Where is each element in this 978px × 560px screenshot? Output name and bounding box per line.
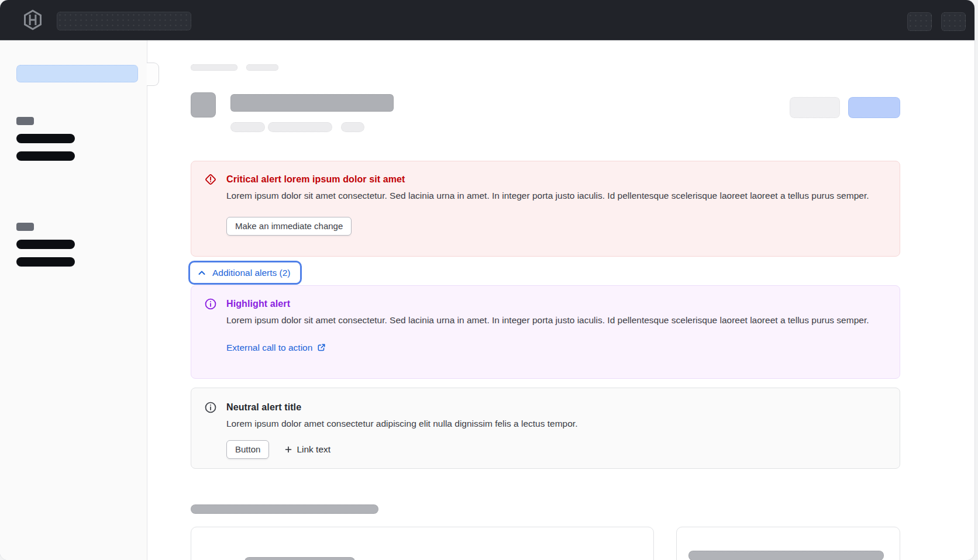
neutral-alert-actions: Button Link text bbox=[226, 440, 886, 459]
external-link-label: External call to action bbox=[226, 343, 312, 353]
add-link[interactable]: Link text bbox=[284, 444, 330, 455]
badge-skeleton bbox=[230, 122, 265, 132]
chevron-up-icon bbox=[197, 268, 206, 278]
sidebar-item-skeleton[interactable] bbox=[16, 134, 75, 143]
critical-alert-title: Critical alert lorem ipsum dolor sit ame… bbox=[226, 173, 886, 186]
sidebar-item-skeleton[interactable] bbox=[16, 257, 75, 267]
add-link-label: Link text bbox=[297, 444, 330, 455]
critical-alert-body: Lorem ipsum dolor sit amet consectetur. … bbox=[226, 189, 884, 203]
additional-alerts-toggle[interactable]: Additional alerts (2) bbox=[188, 261, 302, 285]
breadcrumb-skeleton bbox=[191, 64, 237, 71]
hashicorp-logo-icon bbox=[22, 9, 43, 30]
neutral-alert-button[interactable]: Button bbox=[226, 440, 269, 459]
neutral-alert-body: Lorem ipsum dolor amet consectetur adipi… bbox=[226, 417, 884, 431]
make-immediate-change-button[interactable]: Make an immediate change bbox=[226, 217, 352, 236]
section-heading-skeleton bbox=[191, 504, 378, 514]
sidebar-active-item-skeleton[interactable] bbox=[16, 65, 138, 82]
badge-skeleton bbox=[341, 122, 364, 132]
neutral-alert-title: Neutral alert title bbox=[226, 401, 886, 414]
neutral-alert: Neutral alert title Lorem ipsum dolor am… bbox=[191, 388, 900, 469]
card-content-skeleton bbox=[688, 551, 884, 560]
sidebar-section-label-skeleton bbox=[16, 117, 34, 125]
highlight-alert: Highlight alert Lorem ipsum dolor sit am… bbox=[191, 285, 900, 379]
external-link-icon bbox=[317, 343, 326, 352]
info-circle-icon bbox=[204, 298, 217, 310]
app-window: Critical alert lorem ipsum dolor sit ame… bbox=[0, 0, 974, 560]
sidebar-nav bbox=[0, 40, 147, 560]
primary-action-button-skeleton[interactable] bbox=[848, 97, 900, 118]
nav-action-button-skeleton[interactable] bbox=[907, 12, 932, 31]
sidebar-collapse-handle[interactable] bbox=[147, 63, 159, 86]
highlight-alert-body: Lorem ipsum dolor sit amet consectetur. … bbox=[226, 314, 884, 327]
breadcrumb-skeleton bbox=[246, 64, 278, 71]
info-circle-icon bbox=[204, 401, 217, 414]
sidebar-section-label-skeleton bbox=[16, 223, 34, 231]
page-title-skeleton bbox=[230, 94, 394, 112]
top-navigation-bar bbox=[0, 0, 974, 40]
additional-alerts-label: Additional alerts (2) bbox=[212, 268, 291, 278]
card-content-skeleton bbox=[244, 557, 355, 560]
sidebar-item-skeleton[interactable] bbox=[16, 151, 75, 161]
alert-diamond-icon bbox=[204, 173, 217, 186]
highlight-alert-title: Highlight alert bbox=[226, 298, 886, 310]
page-icon-skeleton bbox=[191, 92, 216, 117]
critical-alert: Critical alert lorem ipsum dolor sit ame… bbox=[191, 161, 900, 257]
badge-skeleton bbox=[268, 122, 332, 132]
external-call-to-action-link[interactable]: External call to action bbox=[226, 343, 326, 353]
content-card bbox=[191, 527, 654, 560]
nav-action-button-skeleton[interactable] bbox=[941, 12, 966, 31]
global-search-input-skeleton[interactable] bbox=[57, 12, 191, 30]
sidebar-item-skeleton[interactable] bbox=[16, 240, 75, 249]
plus-icon bbox=[284, 445, 292, 454]
secondary-action-button-skeleton[interactable] bbox=[790, 97, 840, 118]
